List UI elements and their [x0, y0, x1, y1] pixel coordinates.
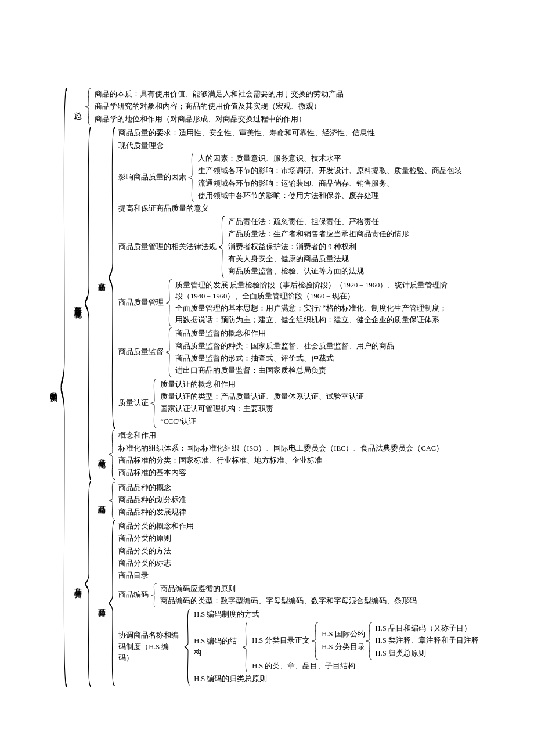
s1-c: 商品学的地位和作用（对商品形成、对商品交换过程中的作用）	[95, 113, 344, 125]
tree-node: 商品品种与分类商品品种商品品种的概念商品品种的划分标准商品品种的发展规律商品分类…	[70, 481, 478, 687]
brace-icon	[165, 279, 173, 327]
var-c: 商品品种的发展规律	[118, 506, 186, 519]
std-d: 商品标准的基本内容	[118, 467, 443, 479]
section-quality-std-label: 商品质量于商品标准化	[70, 127, 84, 480]
brace-icon	[365, 622, 373, 660]
children: 商品质量监督的概念和作用商品质量监督的种类：国家质量监督、社会质量监督、用户的商…	[175, 327, 394, 377]
root-label: 商品学基本知识	[46, 88, 60, 687]
cls-b: 商品分类的原则	[118, 532, 479, 545]
cert-a: 质量认证的概念和作用	[160, 379, 364, 391]
brace-icon	[187, 153, 196, 203]
section-variety-classify-label: 商品品种与分类	[70, 481, 84, 687]
mgmt-b: 全面质量管理的基本思想：用户满意；实行严格的标准化、制度化生产管理制度；用数据说…	[175, 303, 448, 326]
tree-node: H.S 编码的结构H.S 分类目录正文H.S 国际公约H.S 分类目录H.S 品…	[194, 622, 479, 673]
std-a: 概念和作用	[118, 430, 443, 442]
brace-icon	[165, 327, 173, 377]
brace-icon	[183, 609, 192, 685]
brace-icon	[108, 482, 116, 519]
brace-icon	[108, 430, 116, 480]
factors-label: 影响商品质量的因素	[118, 153, 187, 203]
brace-icon	[150, 583, 158, 608]
hs-rule: H.S 编码的归类总原则	[194, 673, 479, 685]
law-e: 商品质量监督、检验、认证等方面的法规	[228, 265, 409, 278]
brace-icon	[84, 481, 92, 687]
fac-b: 生产领域各环节的影响：市场调研、开发设计、原料提取、质量检验、商品包装	[198, 165, 462, 177]
tree-node: 影响商品质量的因素人的因素：质量意识、服务意识、技术水平生产领域各环节的影响：市…	[118, 153, 462, 203]
quality-label: 商品质量	[95, 127, 108, 429]
law-d: 有关人身安全、健康的商品质量法规	[228, 253, 409, 265]
tree-node: 商品学基本知识总论商品的本质：具有使用价值、能够满足人和社会需要的用于交换的劳动…	[46, 88, 517, 687]
s1-a: 商品的本质：具有使用价值、能够满足人和社会需要的用于交换的劳动产品	[95, 88, 344, 100]
sup-d: 进出口商品的质量监督：由国家质检总局负责	[175, 365, 394, 377]
tree-node: 质量认证质量认证的概念和作用质量认证的类型：产品质量认证、质量体系认证、试验室认…	[118, 379, 462, 429]
code-a: 商品编码应遵循的原则	[160, 583, 417, 595]
cert-d: “CCC”认证	[160, 416, 364, 428]
tree-node: 商品质量监督商品质量监督的概念和作用商品质量监督的种类：国家质量监督、社会质量监…	[118, 327, 462, 377]
code-b: 商品编码的类型：数字型编码、字母型编码、数字和字母混合型编码、条形码	[160, 595, 417, 607]
children: 质量管理的发展 质量检验阶段（事后检验阶段）（1920－1960）、统计质量管理…	[175, 279, 448, 327]
cls-d: 商品分类的标志	[118, 557, 479, 570]
cert-label: 质量认证	[118, 379, 150, 429]
children: 商品分类的概念和作用商品分类的原则商品分类的方法商品分类的标志商品目录商品编码商…	[118, 520, 479, 686]
tree-node: 商品质量管理的相关法律法规产品责任法：疏忽责任、担保责任、严格责任产品质量法：生…	[118, 216, 462, 278]
hs-cat-a: H.S 国际公约	[322, 628, 365, 640]
q-a: 商品质量的要求：适用性、安全性、审美性、寿命和可靠性、经济性、信息性	[118, 127, 462, 139]
q-b: 现代质量理念	[118, 140, 462, 152]
children: 人的因素：质量意识、服务意识、技术水平生产领域各环节的影响：市场调研、开发设计、…	[198, 153, 462, 203]
s1-b: 商品学研究的对象和内容；商品的使用价值及其实现（宏观、微观）	[95, 100, 344, 113]
children: 商品质量商品质量的要求：适用性、安全性、审美性、寿命和可靠性、经济性、信息性现代…	[95, 127, 462, 480]
hs-label: 协调商品名称和编码制度（H.S 编码）	[118, 609, 183, 685]
children: H.S 编码制度的方式H.S 编码的结构H.S 分类目录正文H.S 国际公约H.…	[194, 609, 479, 685]
brace-icon	[241, 622, 250, 673]
mgmt-a: 质量管理的发展 质量检验阶段（事后检验阶段）（1920－1960）、统计质量管理…	[175, 279, 448, 303]
children: 商品编码应遵循的原则商品编码的类型：数字型编码、字母型编码、数字和字母混合型编码…	[160, 583, 417, 608]
children: 概念和作用标准化的组织体系：国际标准化组织（ISO）、国际电工委员会（IEC）、…	[118, 430, 443, 480]
children: 商品质量的要求：适用性、安全性、审美性、寿命和可靠性、经济性、信息性现代质量理念…	[118, 127, 462, 429]
tree-node: H.S 分类目录正文H.S 国际公约H.S 分类目录	[252, 622, 365, 660]
classify-label: 商品分类	[95, 520, 108, 686]
law-c: 消费者权益保护法：消费者的 9 种权利	[228, 241, 409, 253]
cert-b: 质量认证的类型：产品质量认证、质量体系认证、试验室认证	[160, 391, 364, 403]
children: H.S 品目和编码（又称子目）H.S 类注释、章注释和子目注释H.S 归类总原则	[376, 622, 479, 660]
children: 产品责任法：疏忽责任、担保责任、严格责任产品质量法：生产者和销售者应当承担商品责…	[228, 216, 409, 278]
law-a: 产品责任法：疏忽责任、担保责任、严格责任	[228, 216, 409, 228]
sup-label: 商品质量监督	[118, 327, 165, 377]
sup-b: 商品质量监督的种类：国家质量监督、社会质量监督、用户的商品	[175, 340, 394, 352]
brace-icon	[108, 127, 116, 429]
section-overview-label: 总论	[70, 88, 84, 125]
tree-node: 商品分类商品分类的概念和作用商品分类的原则商品分类的方法商品分类的标志商品目录商…	[95, 520, 479, 686]
children: 总论商品的本质：具有使用价值、能够满足人和社会需要的用于交换的劳动产品商品学研究…	[70, 88, 478, 687]
hs-detail-b: H.S 类注释、章注释和子目注释	[376, 635, 479, 647]
children: 质量认证的概念和作用质量认证的类型：产品质量认证、质量体系认证、试验室认证国家认…	[160, 379, 364, 429]
fac-c: 流通领域各环节的影响：运输装卸、商品储存、销售服务、	[198, 178, 462, 190]
brace-icon	[60, 88, 68, 687]
hs-detail-c: H.S 归类总原则	[376, 647, 479, 660]
children: 商品品种商品品种的概念商品品种的划分标准商品品种的发展规律商品分类商品分类的概念…	[95, 481, 479, 687]
children: H.S 分类目录正文H.S 国际公约H.S 分类目录H.S 品目和编码（又称子目…	[252, 622, 479, 673]
q-c: 提高和保证商品质量的意义	[118, 203, 462, 215]
tree-node: 商品质量管理质量管理的发展 质量检验阶段（事后检验阶段）（1920－1960）、…	[118, 279, 462, 327]
variety-label: 商品品种	[95, 482, 108, 519]
children: 商品的本质：具有使用价值、能够满足人和社会需要的用于交换的劳动产品商品学研究的对…	[95, 88, 344, 125]
std-label: 商品标准化	[95, 430, 108, 480]
tree-node: 商品质量于商品标准化商品质量商品质量的要求：适用性、安全性、审美性、寿命和可靠性…	[70, 127, 478, 480]
hs-cat-b: H.S 分类目录	[322, 641, 365, 653]
fac-d: 使用领域中各环节的影响：使用方法和保养、废弃处理	[198, 190, 462, 202]
hs-struct-sub: H.S 的类、章、品目、子目结构	[252, 660, 479, 672]
law-b: 产品质量法：生产者和销售者应当承担商品责任的情形	[228, 228, 409, 240]
children: 商品品种的概念商品品种的划分标准商品品种的发展规律	[118, 482, 186, 519]
cls-e: 商品目录	[118, 570, 479, 582]
hs-struct-label: H.S 编码的结构	[194, 622, 241, 673]
hs-cat-row: H.S 分类目录正文H.S 国际公约H.S 分类目录H.S 品目和编码（又称子目…	[252, 622, 479, 660]
tree-node: 商品品种商品品种的概念商品品种的划分标准商品品种的发展规律	[95, 482, 479, 519]
sup-c: 商品质量监督的形式：抽查式、评价式、仲裁式	[175, 352, 394, 365]
brace-icon	[84, 88, 92, 125]
fac-a: 人的因素：质量意识、服务意识、技术水平	[198, 153, 462, 165]
sup-a: 商品质量监督的概念和作用	[175, 327, 394, 340]
hs-sys: H.S 编码制度的方式	[194, 609, 479, 621]
code-label: 商品编码	[118, 583, 150, 608]
std-b: 标准化的组织体系：国际标准化组织（ISO）、国际电工委员会（IEC）、食品法典委…	[118, 442, 443, 455]
var-a: 商品品种的概念	[118, 482, 186, 494]
law-label: 商品质量管理的相关法律法规	[118, 216, 218, 278]
tree-node: 商品质量商品质量的要求：适用性、安全性、审美性、寿命和可靠性、经济性、信息性现代…	[95, 127, 462, 429]
